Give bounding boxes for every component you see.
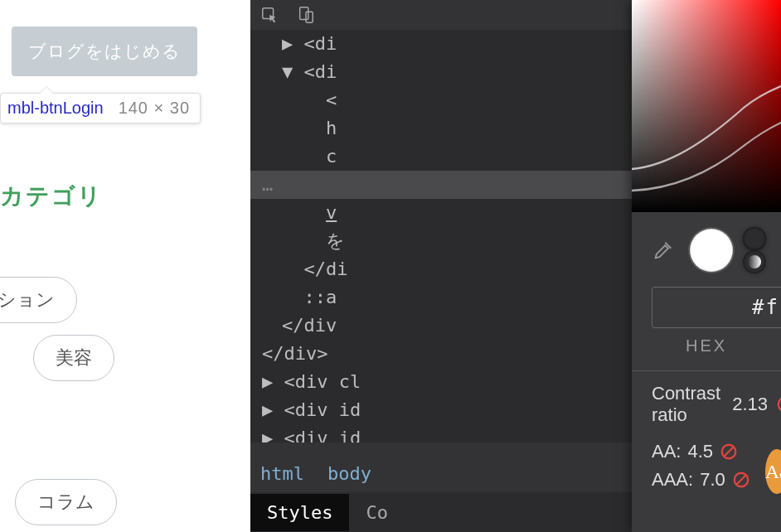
inspect-icon[interactable] [260,6,279,24]
svg-rect-1 [300,7,308,20]
category-heading: カテゴリ [0,181,103,212]
format-label: HEX [632,331,781,370]
contrast-label: Contrast ratio [652,383,720,426]
breadcrumb-body[interactable]: body [327,463,371,484]
tab-styles[interactable]: Styles [250,494,349,531]
fail-icon [732,471,750,489]
hue-slider[interactable] [748,232,761,245]
contrast-sample-swatch[interactable]: Aa [765,449,781,494]
aaa-value: 7.0 [700,466,725,494]
fail-icon [776,395,781,414]
saturation-value-field[interactable] [632,0,781,212]
aa-label: AA: [652,438,681,466]
svg-line-6 [725,447,734,457]
device-toggle-icon[interactable] [297,6,315,24]
aaa-label: AAA: [652,466,693,494]
contrast-value: 2.13 [732,394,768,415]
breadcrumb-html[interactable]: html [260,463,304,484]
contrast-section: Contrast ratio 2.13 AA: 4.5 AAA: [632,383,781,499]
hex-input[interactable] [652,287,781,328]
tag-beauty[interactable]: 美容 [33,335,114,381]
selected-color-swatch[interactable] [690,229,733,272]
svg-line-8 [736,476,745,485]
contrast-curve-icon [632,0,781,212]
aa-value: 4.5 [687,438,713,466]
svg-rect-2 [306,12,313,22]
element-size-tooltip: mbl-btnLogin 140 × 30 [0,93,201,123]
tag-fashion[interactable]: ション [0,277,77,323]
tag-column[interactable]: コラム [15,479,117,525]
devtools-panel: ▶ <di ▼ <di < h c … v を </di ::a </div <… [250,0,781,532]
blog-start-button[interactable]: ブログをはじめる [12,27,197,76]
tooltip-selector: mbl-btnLogin [7,99,104,118]
site-preview: ブログをはじめる mbl-btnLogin 140 × 30 カテゴリ ション … [0,0,250,532]
alpha-slider-thumb[interactable] [745,252,764,272]
alpha-slider[interactable] [748,255,761,268]
tab-computed[interactable]: Co [349,494,405,531]
fail-icon [720,443,738,461]
tooltip-dimensions: 140 × 30 [119,99,190,118]
hue-slider-thumb[interactable] [745,229,764,249]
color-picker: HEX Contrast ratio 2.13 AA: 4.5 [632,0,781,532]
eyedropper-icon[interactable] [652,239,675,262]
